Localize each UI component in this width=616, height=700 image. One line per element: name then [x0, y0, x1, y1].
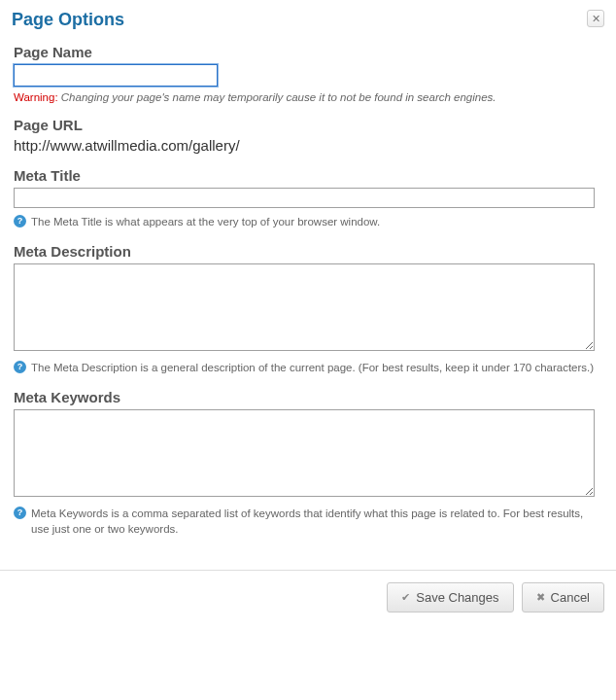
page-name-warning: Warning: Changing your page's name may t… [14, 91, 602, 103]
page-options-dialog: Page Options ✕ Page Name Warning: Changi… [0, 0, 616, 562]
check-icon: ✔ [401, 591, 410, 604]
close-button[interactable]: ✕ [587, 10, 604, 27]
meta-keywords-input[interactable] [14, 409, 595, 497]
meta-title-label: Meta Title [14, 167, 602, 184]
cancel-button[interactable]: ✖ Cancel [522, 582, 604, 612]
meta-keywords-help-text: Meta Keywords is a comma separated list … [31, 506, 602, 537]
page-url-label: Page URL [14, 117, 602, 133]
meta-title-help: ? The Meta Title is what appears at the … [14, 214, 602, 229]
warning-label: Warning: [14, 91, 58, 103]
dialog-title: Page Options [12, 8, 124, 34]
x-icon: ✖ [536, 591, 545, 604]
warning-text: Changing your page's name may temporaril… [61, 91, 496, 103]
save-changes-button[interactable]: ✔ Save Changes [387, 582, 513, 612]
page-name-block: Page Name Warning: Changing your page's … [14, 44, 602, 103]
meta-description-input[interactable] [14, 263, 595, 351]
cancel-button-label: Cancel [551, 590, 590, 605]
page-url-block: Page URL http://www.atwillmedia.com/gall… [14, 117, 602, 154]
meta-description-help: ? The Meta Description is a general desc… [14, 360, 602, 375]
meta-description-block: Meta Description ? The Meta Description … [14, 243, 602, 375]
meta-title-block: Meta Title ? The Meta Title is what appe… [14, 167, 602, 229]
close-icon: ✕ [592, 14, 600, 24]
form-area: Page Name Warning: Changing your page's … [12, 40, 604, 537]
help-icon: ? [14, 361, 26, 373]
save-button-label: Save Changes [416, 590, 498, 605]
page-name-label: Page Name [14, 44, 602, 60]
dialog-header: Page Options ✕ [12, 8, 604, 40]
dialog-button-bar: ✔ Save Changes ✖ Cancel [0, 570, 616, 624]
meta-description-help-text: The Meta Description is a general descri… [31, 360, 594, 375]
help-icon: ? [14, 507, 26, 519]
help-icon: ? [14, 215, 26, 228]
meta-title-input[interactable] [14, 188, 595, 208]
meta-keywords-block: Meta Keywords ? Meta Keywords is a comma… [14, 389, 602, 537]
page-name-input[interactable] [14, 64, 218, 87]
meta-keywords-help: ? Meta Keywords is a comma separated lis… [14, 506, 602, 537]
page-url-value: http://www.atwillmedia.com/gallery/ [14, 137, 602, 154]
meta-title-help-text: The Meta Title is what appears at the ve… [31, 214, 380, 229]
meta-description-label: Meta Description [14, 243, 602, 260]
meta-keywords-label: Meta Keywords [14, 389, 602, 405]
